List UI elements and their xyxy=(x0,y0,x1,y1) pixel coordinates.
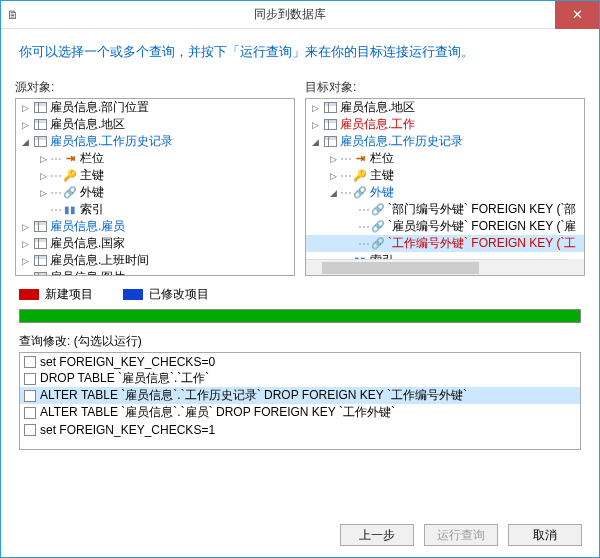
tree-row[interactable]: ▷雇员信息.工作 xyxy=(306,116,584,133)
tree-row[interactable]: ▷⋯🔑主键 xyxy=(16,167,294,184)
query-row[interactable]: set FOREIGN_KEY_CHECKS=0 xyxy=(20,353,580,370)
table-icon xyxy=(32,237,48,251)
query-sql: DROP TABLE `雇员信息`.`工作` xyxy=(40,370,209,387)
tree-row[interactable]: ▷雇员信息.地区 xyxy=(306,99,584,116)
tree-item-label: 栏位 xyxy=(370,150,394,167)
tree-row[interactable]: ▷⋯🔗外键 xyxy=(16,184,294,201)
tree-row[interactable]: ▷雇员信息.雇员 xyxy=(16,218,294,235)
tree-row[interactable]: ◢雇员信息.工作历史记录 xyxy=(306,133,584,150)
expand-icon[interactable]: ▷ xyxy=(310,120,320,130)
foreign-key-icon: 🔗 xyxy=(370,237,386,251)
tree-row[interactable]: ▷⋯⇥栏位 xyxy=(306,150,584,167)
tree-row[interactable]: ▷⋯⇥栏位 xyxy=(16,150,294,167)
tree-row[interactable]: ▷雇员信息.上班时间 xyxy=(16,252,294,269)
tree-item-label: 雇员信息.图片 xyxy=(50,269,125,276)
tree-item-label: 雇员信息.工作历史记录 xyxy=(50,133,173,150)
table-icon xyxy=(32,254,48,268)
queries-label: 查询修改: (勾选以运行) xyxy=(1,333,599,350)
expand-icon[interactable]: ▷ xyxy=(38,188,48,198)
query-row[interactable]: DROP TABLE `雇员信息`.`工作` xyxy=(20,370,580,387)
tree-item-label: 栏位 xyxy=(80,150,104,167)
foreign-key-icon: 🔗 xyxy=(370,203,386,217)
tree-row[interactable]: ⋯▮▮索引 xyxy=(16,201,294,218)
expand-icon[interactable]: ▷ xyxy=(38,171,48,181)
query-checkbox[interactable] xyxy=(24,390,36,402)
query-row[interactable]: set FOREIGN_KEY_CHECKS=1 xyxy=(20,421,580,438)
tree-leaf xyxy=(38,205,48,215)
columns-icon: ⇥ xyxy=(62,152,78,166)
tree-item-label: 外键 xyxy=(370,184,394,201)
tree-row[interactable]: ⋯🔗`工作编号外键` FOREIGN KEY (`工 xyxy=(306,235,584,252)
query-sql: ALTER TABLE `雇员信息`.`雇员` DROP FOREIGN KEY… xyxy=(40,404,395,421)
tree-row[interactable]: ▷雇员信息.国家 xyxy=(16,235,294,252)
expand-icon[interactable]: ▷ xyxy=(38,154,48,164)
run-query-button[interactable]: 运行查询 xyxy=(424,524,498,546)
query-checkbox[interactable] xyxy=(24,407,36,419)
collapse-icon[interactable]: ◢ xyxy=(328,188,338,198)
tree-row[interactable]: ◢⋯🔗外键 xyxy=(306,184,584,201)
close-button[interactable]: ✕ xyxy=(555,1,599,29)
back-button[interactable]: 上一步 xyxy=(340,524,414,546)
tree-item-label: `工作编号外键` FOREIGN KEY (`工 xyxy=(388,235,576,252)
tree-row[interactable]: ⋯🔗`雇员编号外键` FOREIGN KEY (`雇 xyxy=(306,218,584,235)
legend-new-label: 新建项目 xyxy=(45,287,93,301)
tree-row[interactable]: ▷雇员信息.地区 xyxy=(16,116,294,133)
table-icon xyxy=(322,118,338,132)
source-tree[interactable]: ▷雇员信息.部门位置▷雇员信息.地区◢雇员信息.工作历史记录▷⋯⇥栏位▷⋯🔑主键… xyxy=(15,98,295,276)
foreign-key-icon: 🔗 xyxy=(370,220,386,234)
tree-item-label: `雇员编号外键` FOREIGN KEY (`雇 xyxy=(388,218,576,235)
tree-row[interactable]: ▷雇员信息.图片 xyxy=(16,269,294,276)
queries-list[interactable]: set FOREIGN_KEY_CHECKS=0DROP TABLE `雇员信息… xyxy=(19,352,581,450)
tree-item-label: 雇员信息.地区 xyxy=(50,116,125,133)
tree-item-label: 主键 xyxy=(370,167,394,184)
tree-leaf xyxy=(346,239,356,249)
foreign-key-icon: 🔗 xyxy=(62,186,78,200)
expand-icon[interactable]: ▷ xyxy=(20,222,30,232)
tree-leaf xyxy=(346,205,356,215)
collapse-icon[interactable]: ◢ xyxy=(20,137,30,147)
tree-row[interactable]: ◢雇员信息.工作历史记录 xyxy=(16,133,294,150)
expand-icon[interactable]: ▷ xyxy=(20,120,30,130)
legend-swatch-modified xyxy=(123,289,143,300)
tree-row[interactable]: ▷雇员信息.部门位置 xyxy=(16,99,294,116)
target-tree[interactable]: ▷雇员信息.地区▷雇员信息.工作◢雇员信息.工作历史记录▷⋯⇥栏位▷⋯🔑主键◢⋯… xyxy=(305,98,585,276)
table-icon xyxy=(32,118,48,132)
progress-bar xyxy=(19,309,581,323)
tree-item-label: 雇员信息.部门位置 xyxy=(50,99,149,116)
query-sql: set FOREIGN_KEY_CHECKS=0 xyxy=(40,355,215,369)
query-checkbox[interactable] xyxy=(24,356,36,368)
query-checkbox[interactable] xyxy=(24,373,36,385)
expand-icon[interactable]: ▷ xyxy=(328,171,338,181)
foreign-key-icon: 🔗 xyxy=(352,186,368,200)
table-icon xyxy=(32,101,48,115)
table-icon xyxy=(322,135,338,149)
columns-icon: ⇥ xyxy=(352,152,368,166)
scrollbar-horizontal[interactable] xyxy=(306,259,568,275)
expand-icon[interactable]: ▷ xyxy=(310,103,320,113)
window-title: 同步到数据库 xyxy=(25,6,555,23)
query-checkbox[interactable] xyxy=(24,424,36,436)
tree-item-label: 索引 xyxy=(80,201,104,218)
source-label: 源对象: xyxy=(15,79,295,96)
cancel-button[interactable]: 取消 xyxy=(508,524,582,546)
legend: 新建项目 已修改项目 xyxy=(1,276,599,307)
expand-icon[interactable]: ▷ xyxy=(20,273,30,277)
tree-item-label: `部门编号外键` FOREIGN KEY (`部 xyxy=(388,201,576,218)
expand-icon[interactable]: ▷ xyxy=(20,239,30,249)
target-label: 目标对象: xyxy=(305,79,585,96)
table-icon xyxy=(32,271,48,277)
table-icon xyxy=(32,220,48,234)
expand-icon[interactable]: ▷ xyxy=(20,256,30,266)
tree-row[interactable]: ⋯🔗`部门编号外键` FOREIGN KEY (`部 xyxy=(306,201,584,218)
legend-modified-label: 已修改项目 xyxy=(149,287,209,301)
expand-icon[interactable]: ▷ xyxy=(328,154,338,164)
instruction-text: 你可以选择一个或多个查询，并按下「运行查询」来在你的目标连接运行查询。 xyxy=(1,29,599,79)
tree-row[interactable]: ▷⋯🔑主键 xyxy=(306,167,584,184)
tree-item-label: 雇员信息.工作 xyxy=(340,116,415,133)
query-row[interactable]: ALTER TABLE `雇员信息`.`工作历史记录` DROP FOREIGN… xyxy=(20,387,580,404)
query-row[interactable]: ALTER TABLE `雇员信息`.`雇员` DROP FOREIGN KEY… xyxy=(20,404,580,421)
tree-item-label: 雇员信息.地区 xyxy=(340,99,415,116)
collapse-icon[interactable]: ◢ xyxy=(310,137,320,147)
tree-item-label: 雇员信息.上班时间 xyxy=(50,252,149,269)
expand-icon[interactable]: ▷ xyxy=(20,103,30,113)
